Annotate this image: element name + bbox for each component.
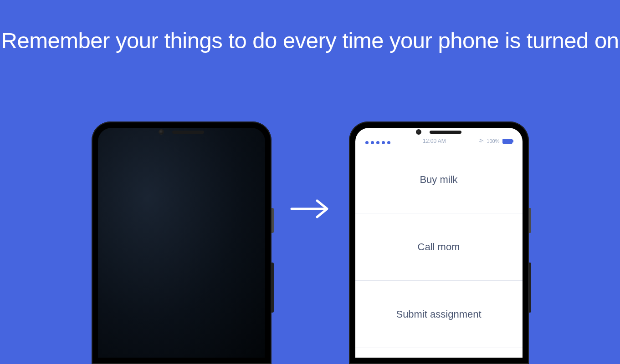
speaker-icon [172, 131, 204, 134]
todo-list: Buy milk Call mom Submit assignment [355, 146, 523, 358]
camera-icon [159, 129, 164, 135]
phone-screen-on: 12:00 AM 100% Buy milk Call mom Submit a… [355, 128, 523, 358]
todo-item[interactable]: Call mom [355, 213, 523, 281]
mute-icon [478, 138, 484, 144]
phone-off-frame [92, 121, 272, 364]
battery-icon [502, 139, 512, 144]
phone-hardware [92, 125, 272, 139]
arrow-right-icon [290, 197, 331, 220]
volume-button-icon [272, 263, 274, 313]
status-time: 12:00 AM [423, 138, 446, 144]
phones-row: 12:00 AM 100% Buy milk Call mom Submit a… [0, 121, 620, 364]
phone-on-frame: 12:00 AM 100% Buy milk Call mom Submit a… [349, 121, 529, 364]
camera-icon [416, 129, 421, 135]
todo-item[interactable]: Buy milk [355, 146, 523, 213]
todo-item[interactable]: Submit assignment [355, 281, 523, 348]
power-button-icon [272, 208, 274, 233]
power-button-icon [529, 208, 531, 233]
headline-text: Remember your things to do every time yo… [0, 0, 620, 56]
volume-button-icon [529, 263, 531, 313]
phone-screen-off [98, 128, 265, 358]
speaker-icon [430, 131, 461, 134]
signal-dots-icon [365, 141, 390, 144]
phone-hardware [349, 125, 529, 139]
battery-percent: 100% [487, 138, 499, 144]
